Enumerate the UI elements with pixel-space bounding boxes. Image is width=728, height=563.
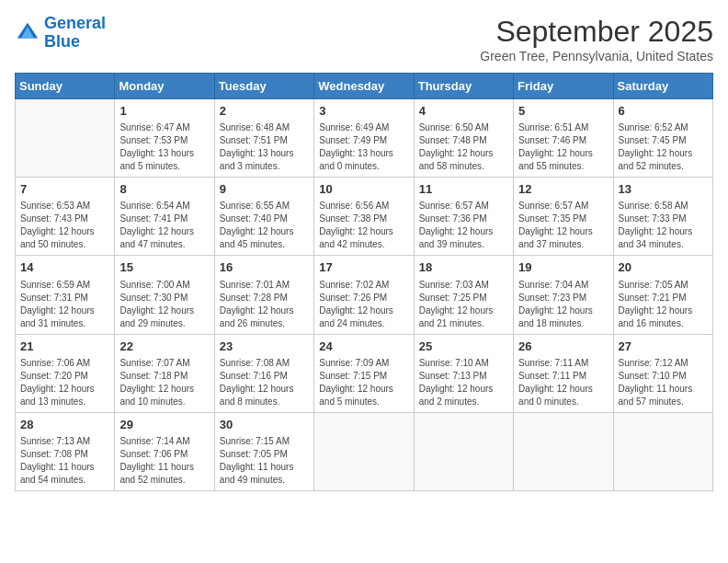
day-number: 8	[119, 181, 209, 198]
day-info-line: and 0 minutes.	[518, 396, 608, 408]
day-info-line: Sunrise: 6:57 AM	[419, 200, 508, 213]
day-info-line: Daylight: 12 hours	[419, 304, 508, 317]
day-info-line: Sunset: 7:36 PM	[419, 213, 508, 225]
day-info-line: and 2 minutes.	[419, 396, 508, 408]
day-info-line: Daylight: 13 hours	[220, 147, 309, 160]
day-info-line: Sunrise: 6:52 AM	[619, 121, 708, 134]
day-info-line: Daylight: 12 hours	[319, 225, 408, 238]
calendar-cell: 5Sunrise: 6:51 AMSunset: 7:46 PMDaylight…	[514, 99, 613, 178]
calendar-cell: 25Sunrise: 7:10 AMSunset: 7:13 PMDayligh…	[414, 334, 513, 412]
week-row-4: 28Sunrise: 7:13 AMSunset: 7:08 PMDayligh…	[16, 412, 713, 490]
day-number: 24	[319, 339, 408, 355]
day-info-line: Daylight: 13 hours	[119, 147, 209, 160]
day-info-line: Sunrise: 7:10 AM	[419, 357, 508, 370]
day-number: 25	[419, 339, 508, 355]
day-info-line: Sunset: 7:15 PM	[319, 370, 408, 383]
calendar-cell: 3Sunrise: 6:49 AMSunset: 7:49 PMDaylight…	[314, 99, 414, 178]
day-info-line: Daylight: 12 hours	[419, 147, 508, 160]
day-info-line: Sunset: 7:46 PM	[518, 134, 608, 147]
day-info-line: Sunrise: 7:04 AM	[518, 279, 608, 292]
day-info-line: Daylight: 11 hours	[220, 461, 309, 474]
calendar-cell: 10Sunrise: 6:56 AMSunset: 7:38 PMDayligh…	[314, 178, 414, 256]
calendar-cell: 15Sunrise: 7:00 AMSunset: 7:30 PMDayligh…	[115, 256, 214, 334]
day-number: 9	[220, 181, 309, 198]
day-info-line: Sunset: 7:11 PM	[518, 370, 608, 383]
day-number: 27	[619, 339, 708, 355]
day-info-line: Sunset: 7:23 PM	[518, 292, 608, 304]
calendar-cell: 22Sunrise: 7:07 AMSunset: 7:18 PMDayligh…	[115, 334, 214, 412]
day-number: 3	[319, 103, 408, 120]
weekday-header-row: SundayMondayTuesdayWednesdayThursdayFrid…	[16, 74, 713, 99]
day-info-line: Sunrise: 6:53 AM	[20, 200, 109, 213]
weekday-friday: Friday	[514, 74, 613, 99]
day-info-line: Daylight: 12 hours	[220, 225, 309, 238]
day-info-line: Sunrise: 7:09 AM	[319, 357, 408, 370]
title-block: September 2025 Green Tree, Pennsylvania,…	[480, 15, 713, 63]
calendar-cell: 18Sunrise: 7:03 AMSunset: 7:25 PMDayligh…	[414, 256, 513, 334]
day-info-line: Sunrise: 6:59 AM	[20, 279, 109, 292]
day-info-line: Sunrise: 7:12 AM	[619, 357, 708, 370]
weekday-saturday: Saturday	[613, 74, 712, 99]
day-number: 29	[119, 417, 209, 433]
logo-line2: Blue	[44, 32, 80, 51]
day-info-line: Sunset: 7:51 PM	[220, 134, 309, 147]
calendar-cell: 8Sunrise: 6:54 AMSunset: 7:41 PMDaylight…	[115, 178, 214, 256]
day-info-line: and 34 minutes.	[619, 238, 708, 251]
day-info-line: Daylight: 11 hours	[619, 383, 708, 396]
day-info-line: Daylight: 12 hours	[518, 304, 608, 317]
day-info-line: Daylight: 12 hours	[518, 147, 608, 160]
day-number: 15	[119, 259, 209, 276]
day-info-line: Sunrise: 6:57 AM	[518, 200, 608, 213]
day-info-line: and 31 minutes.	[20, 317, 109, 330]
day-number: 4	[419, 103, 508, 120]
day-info-line: Daylight: 12 hours	[220, 304, 309, 317]
calendar-cell: 2Sunrise: 6:48 AMSunset: 7:51 PMDaylight…	[214, 99, 313, 178]
day-number: 17	[319, 259, 408, 276]
day-info-line: Sunset: 7:10 PM	[619, 370, 708, 383]
day-info-line: Daylight: 12 hours	[619, 147, 708, 160]
day-info-line: and 29 minutes.	[119, 317, 209, 330]
calendar-cell: 27Sunrise: 7:12 AMSunset: 7:10 PMDayligh…	[613, 334, 712, 412]
calendar-cell: 20Sunrise: 7:05 AMSunset: 7:21 PMDayligh…	[613, 256, 712, 334]
calendar-cell: 13Sunrise: 6:58 AMSunset: 7:33 PMDayligh…	[613, 178, 712, 256]
day-info-line: and 52 minutes.	[619, 160, 708, 173]
calendar-cell	[314, 412, 414, 490]
calendar-cell	[613, 412, 712, 490]
day-number: 7	[20, 181, 109, 198]
day-info-line: Sunrise: 7:14 AM	[119, 435, 209, 448]
calendar-cell	[16, 99, 115, 178]
day-number: 16	[220, 259, 309, 276]
day-number: 28	[20, 417, 109, 433]
calendar-cell: 9Sunrise: 6:55 AMSunset: 7:40 PMDaylight…	[214, 178, 313, 256]
week-row-3: 21Sunrise: 7:06 AMSunset: 7:20 PMDayligh…	[16, 334, 713, 412]
day-number: 12	[518, 181, 608, 198]
day-info-line: and 16 minutes.	[619, 317, 708, 330]
calendar-cell: 23Sunrise: 7:08 AMSunset: 7:16 PMDayligh…	[214, 334, 313, 412]
day-info-line: Sunrise: 6:49 AM	[319, 121, 408, 134]
calendar-cell: 11Sunrise: 6:57 AMSunset: 7:36 PMDayligh…	[414, 178, 513, 256]
calendar-cell: 1Sunrise: 6:47 AMSunset: 7:53 PMDaylight…	[115, 99, 214, 178]
calendar-cell	[514, 412, 613, 490]
day-info-line: Daylight: 12 hours	[619, 225, 708, 238]
day-number: 1	[119, 103, 209, 120]
calendar-cell: 21Sunrise: 7:06 AMSunset: 7:20 PMDayligh…	[16, 334, 115, 412]
day-info-line: Daylight: 12 hours	[419, 383, 508, 396]
calendar-cell: 16Sunrise: 7:01 AMSunset: 7:28 PMDayligh…	[214, 256, 313, 334]
day-info-line: and 3 minutes.	[220, 160, 309, 173]
day-info-line: Sunrise: 6:56 AM	[319, 200, 408, 213]
day-number: 18	[419, 259, 508, 276]
day-info-line: Sunset: 7:08 PM	[20, 448, 109, 461]
calendar-cell: 14Sunrise: 6:59 AMSunset: 7:31 PMDayligh…	[16, 256, 115, 334]
calendar: SundayMondayTuesdayWednesdayThursdayFrid…	[15, 73, 713, 491]
day-info-line: and 37 minutes.	[518, 238, 608, 251]
day-number: 26	[518, 339, 608, 355]
day-info-line: Sunset: 7:18 PM	[119, 370, 209, 383]
month-title: September 2025	[480, 15, 713, 49]
day-info-line: Sunrise: 7:00 AM	[119, 279, 209, 292]
week-row-0: 1Sunrise: 6:47 AMSunset: 7:53 PMDaylight…	[16, 99, 713, 178]
day-info-line: Sunrise: 7:06 AM	[20, 357, 109, 370]
calendar-cell: 30Sunrise: 7:15 AMSunset: 7:05 PMDayligh…	[214, 412, 313, 490]
location-subtitle: Green Tree, Pennsylvania, United States	[480, 49, 713, 63]
day-info-line: and 58 minutes.	[419, 160, 508, 173]
calendar-cell: 4Sunrise: 6:50 AMSunset: 7:48 PMDaylight…	[414, 99, 513, 178]
